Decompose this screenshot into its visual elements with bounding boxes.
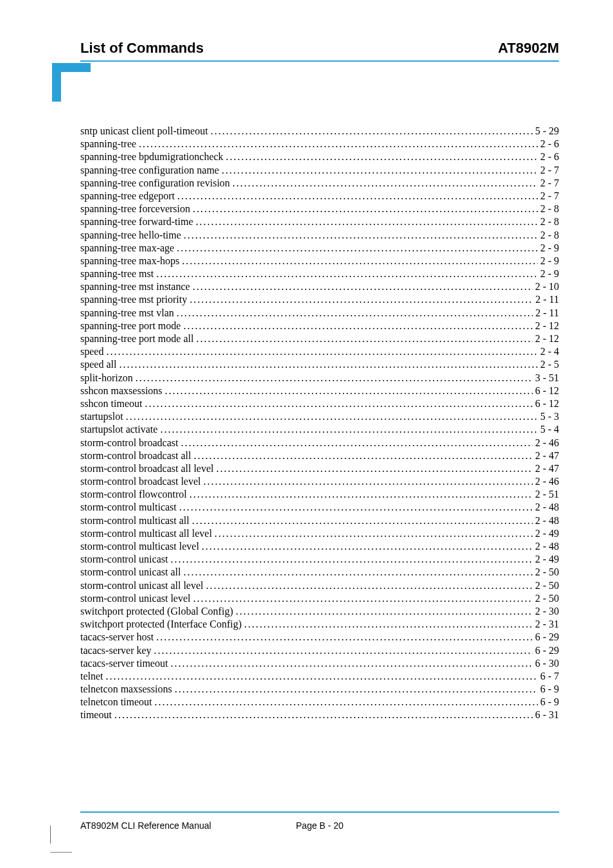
toc-row: spanning-tree forceversion 2 - 8 bbox=[80, 204, 559, 214]
toc-row: storm-control broadcast 2 - 46 bbox=[80, 438, 559, 448]
toc-page: 3 - 51 bbox=[535, 373, 559, 383]
toc-page: 6 - 9 bbox=[540, 684, 559, 694]
toc-leader bbox=[177, 191, 538, 201]
crop-mark-icon bbox=[50, 826, 72, 853]
toc-page: 2 - 46 bbox=[535, 476, 559, 487]
toc-row: spanning-tree max-age 2 - 9 bbox=[80, 243, 559, 253]
toc-label: split-horizon bbox=[80, 373, 133, 383]
toc-page: 2 - 7 bbox=[540, 191, 559, 201]
toc-page: 6 - 31 bbox=[535, 710, 559, 720]
toc-leader bbox=[216, 464, 532, 474]
toc-page: 2 - 7 bbox=[540, 165, 559, 176]
toc-row: storm-control broadcast all level 2 - 47 bbox=[80, 464, 559, 474]
toc-page: 6 - 29 bbox=[535, 632, 559, 642]
toc-label: spanning-tree bpdumigrationcheck bbox=[80, 152, 224, 162]
toc-leader bbox=[170, 658, 532, 669]
toc-page: 2 - 48 bbox=[535, 541, 559, 552]
toc-row: tacacs-server key 6 - 29 bbox=[80, 646, 559, 656]
corner-logo-icon bbox=[52, 63, 559, 102]
toc-row: spanning-tree port mode 2 - 12 bbox=[80, 321, 559, 331]
header-left: List of Commands bbox=[80, 40, 204, 57]
toc-leader bbox=[154, 646, 533, 656]
toc-row: tacacs-server timeout 6 - 30 bbox=[80, 658, 559, 669]
toc-leader bbox=[193, 593, 533, 604]
toc-row: timeout 6 - 31 bbox=[80, 710, 559, 720]
toc-label: storm-control unicast bbox=[80, 554, 168, 565]
toc-row: storm-control flowcontrol 2 - 51 bbox=[80, 489, 559, 500]
toc-row: sntp unicast client poll-timeout 5 - 29 bbox=[80, 126, 559, 136]
toc-page: 6 - 30 bbox=[535, 658, 559, 669]
toc-row: spanning-tree 2 - 6 bbox=[80, 139, 559, 149]
toc-row: speed 2 - 4 bbox=[80, 347, 559, 357]
toc-row: spanning-tree mst instance 2 - 10 bbox=[80, 282, 559, 292]
toc-row: tacacs-server host 6 - 29 bbox=[80, 632, 559, 642]
toc-row: telnetcon timeout 6 - 9 bbox=[80, 697, 559, 707]
toc-leader bbox=[179, 502, 533, 512]
toc-row: storm-control broadcast level 2 - 46 bbox=[80, 476, 559, 487]
toc-label: storm-control multicast level bbox=[80, 541, 199, 552]
toc-leader bbox=[236, 606, 533, 617]
toc-label: spanning-tree max-hops bbox=[80, 256, 179, 266]
toc-label: spanning-tree edgeport bbox=[80, 191, 175, 201]
toc-row: sshcon timeout 6 - 12 bbox=[80, 399, 559, 409]
toc-leader bbox=[190, 294, 533, 305]
toc-label: storm-control unicast all level bbox=[80, 581, 204, 591]
toc-label: spanning-tree port mode bbox=[80, 321, 181, 331]
toc-page: 5 - 3 bbox=[540, 411, 559, 422]
toc-page: 2 - 11 bbox=[535, 308, 559, 318]
toc-row: storm-control multicast all 2 - 48 bbox=[80, 516, 559, 526]
toc-leader bbox=[192, 516, 533, 526]
toc-page: 2 - 50 bbox=[535, 593, 559, 604]
toc-row: storm-control unicast 2 - 49 bbox=[80, 554, 559, 565]
toc-label: spanning-tree max-age bbox=[80, 243, 174, 253]
toc-leader bbox=[145, 399, 532, 409]
toc-leader bbox=[139, 139, 538, 149]
toc-leader bbox=[233, 178, 538, 188]
toc-row: storm-control multicast all level 2 - 49 bbox=[80, 529, 559, 539]
toc-leader bbox=[211, 126, 533, 136]
toc-page: 2 - 11 bbox=[535, 294, 559, 305]
toc-page: 6 - 12 bbox=[535, 386, 559, 396]
toc-page: 2 - 9 bbox=[540, 243, 559, 253]
footer-rule bbox=[80, 811, 559, 813]
toc-leader bbox=[196, 334, 532, 344]
toc-label: storm-control broadcast level bbox=[80, 476, 201, 487]
toc-label: startupslot activate bbox=[80, 424, 157, 435]
toc-page: 2 - 46 bbox=[535, 438, 559, 448]
toc-page: 2 - 8 bbox=[540, 230, 559, 240]
toc-row: telnet 6 - 7 bbox=[80, 671, 559, 682]
toc-row: spanning-tree forward-time 2 - 8 bbox=[80, 217, 559, 227]
toc-leader bbox=[204, 476, 533, 487]
toc-leader bbox=[170, 554, 532, 565]
toc-leader bbox=[126, 411, 538, 422]
toc-page: 6 - 7 bbox=[540, 671, 559, 682]
toc-page: 6 - 9 bbox=[540, 697, 559, 707]
toc-page: 2 - 49 bbox=[535, 529, 559, 539]
toc-page: 2 - 6 bbox=[540, 152, 559, 162]
toc-row: storm-control multicast level 2 - 48 bbox=[80, 541, 559, 552]
toc-leader bbox=[175, 684, 538, 694]
toc-label: spanning-tree mst vlan bbox=[80, 308, 174, 318]
toc-leader bbox=[177, 243, 538, 253]
toc-leader bbox=[160, 424, 537, 435]
toc-leader bbox=[177, 308, 533, 318]
toc-label: spanning-tree mst instance bbox=[80, 282, 190, 292]
toc-label: switchport protected (Interface Config) bbox=[80, 619, 242, 629]
toc-page: 6 - 12 bbox=[535, 399, 559, 409]
toc-label: sshcon maxsessions bbox=[80, 386, 163, 396]
toc-label: storm-control multicast all level bbox=[80, 529, 212, 539]
toc-page: 2 - 5 bbox=[540, 359, 559, 370]
toc-label: storm-control broadcast all bbox=[80, 451, 191, 461]
toc-row: spanning-tree bpdumigrationcheck 2 - 6 bbox=[80, 152, 559, 162]
toc-row: storm-control unicast level 2 - 50 bbox=[80, 593, 559, 604]
table-of-contents: sntp unicast client poll-timeout 5 - 29s… bbox=[80, 126, 559, 720]
toc-label: telnet bbox=[80, 671, 103, 682]
toc-leader bbox=[106, 347, 537, 357]
toc-row: spanning-tree port mode all 2 - 12 bbox=[80, 334, 559, 344]
toc-row: spanning-tree max-hops 2 - 9 bbox=[80, 256, 559, 266]
toc-leader bbox=[215, 529, 533, 539]
header-rule bbox=[80, 60, 559, 62]
toc-page: 2 - 30 bbox=[535, 606, 559, 617]
toc-page: 2 - 47 bbox=[535, 451, 559, 461]
toc-page: 2 - 10 bbox=[535, 282, 559, 292]
